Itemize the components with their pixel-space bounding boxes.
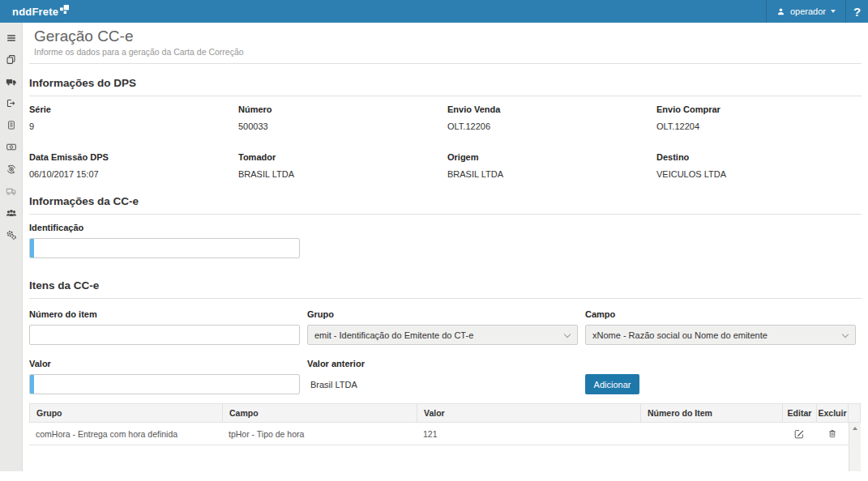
- logo-squares-icon: [60, 5, 69, 14]
- numero-item-label: Número do item: [29, 309, 300, 320]
- field-serie: Série 9: [29, 104, 238, 131]
- top-header-bar: nddFrete operador ?: [0, 0, 868, 23]
- valor-anterior-field: Valor anterior Brasil LTDA: [307, 359, 578, 394]
- identificacao-input[interactable]: [29, 238, 300, 258]
- sidebar-item-report[interactable]: [0, 114, 22, 136]
- users-icon: [6, 207, 17, 219]
- field-destino: Destino VEICULOS LTDA: [656, 152, 866, 179]
- sidebar-nav: [0, 23, 23, 471]
- itens-form: Número do item Grupo emit - Identificaçã…: [29, 309, 862, 394]
- valor-label: Valor: [29, 359, 300, 369]
- grupo-field: Grupo emit - Identificação do Emitente d…: [307, 309, 578, 345]
- sidebar-item-documents[interactable]: [0, 49, 22, 70]
- table-row[interactable]: comHora - Entrega com hora definida tpHo…: [29, 423, 861, 445]
- field-value: VEICULOS LTDA: [656, 169, 866, 179]
- app-logo[interactable]: nddFrete: [0, 0, 69, 23]
- page-subtitle: Informe os dados para a geração da Carta…: [34, 47, 862, 57]
- chevron-down-icon: [564, 331, 571, 338]
- column-header-scroll-spacer: [849, 404, 862, 422]
- sidebar-item-delivery[interactable]: [0, 180, 22, 202]
- field-numero: Número 500033: [238, 104, 447, 131]
- sidebar-item-financial-sync[interactable]: [0, 158, 22, 180]
- chevron-down-icon: [842, 331, 849, 338]
- column-header-excluir[interactable]: Excluir: [817, 404, 849, 422]
- page-header: Geração CC-e Informe os dados para a ger…: [29, 23, 862, 64]
- menu-icon: [6, 32, 17, 44]
- valor-anterior-value: Brasil LTDA: [307, 374, 578, 389]
- user-menu-label: operador: [790, 6, 826, 16]
- adicionar-field: Adicionar: [585, 359, 856, 394]
- campo-label: Campo: [585, 309, 856, 320]
- sidebar-item-settings[interactable]: [0, 223, 22, 245]
- chevron-down-icon: [831, 10, 836, 13]
- valor-field: Valor: [29, 359, 300, 394]
- valor-input[interactable]: [29, 374, 300, 394]
- column-header-campo[interactable]: Campo: [223, 404, 417, 422]
- page-title: Geração CC-e: [34, 28, 862, 45]
- campo-field: Campo xNome - Razão social ou Nome do em…: [585, 309, 856, 345]
- column-header-grupo[interactable]: Grupo: [30, 404, 223, 422]
- itens-table: Grupo Campo Valor Número do Item Editar …: [29, 403, 861, 471]
- grupo-select[interactable]: emit - Identificação do Emitente do CT-e: [307, 325, 578, 345]
- sidebar-item-users[interactable]: [0, 202, 22, 223]
- trash-icon[interactable]: [827, 428, 837, 439]
- help-button[interactable]: ?: [846, 0, 868, 23]
- user-menu[interactable]: operador: [766, 0, 846, 23]
- user-icon: [776, 7, 785, 16]
- main-content: Geração CC-e Informe os dados para a ger…: [23, 23, 868, 471]
- field-label: Data Emissão DPS: [29, 152, 238, 162]
- field-label: Envio Venda: [447, 104, 656, 114]
- table-header-row: Grupo Campo Valor Número do Item Editar …: [29, 403, 861, 423]
- sidebar-item-export[interactable]: [0, 92, 22, 114]
- column-header-numero-item[interactable]: Número do Item: [641, 404, 783, 422]
- table-body: comHora - Entrega com hora definida tpHo…: [29, 423, 861, 471]
- column-header-valor[interactable]: Valor: [417, 404, 641, 422]
- truck-icon: [6, 76, 17, 87]
- money-sync-icon: [6, 164, 17, 175]
- column-header-editar[interactable]: Editar: [783, 404, 817, 422]
- field-value: 06/10/2017 15:07: [29, 169, 238, 179]
- field-label: Envio Comprar: [656, 104, 866, 114]
- table-scrollbar[interactable]: [849, 423, 861, 471]
- sidebar-item-billing[interactable]: [0, 136, 22, 158]
- field-label: Tomador: [238, 152, 447, 162]
- field-value: 9: [29, 121, 238, 131]
- field-label: Número: [238, 104, 447, 114]
- section-title-itens: Itens da CC-e: [29, 279, 862, 299]
- copy-pages-icon: [6, 54, 16, 65]
- field-label: Destino: [656, 152, 866, 162]
- identificacao-field: Identificação: [29, 223, 862, 258]
- field-envio-venda: Envio Venda OLT.12206: [447, 104, 656, 131]
- sidebar-item-transport[interactable]: [0, 70, 22, 92]
- field-value: BRASIL LTDA: [238, 169, 447, 179]
- cell-grupo: comHora - Entrega com hora definida: [29, 423, 222, 445]
- field-value: BRASIL LTDA: [447, 169, 656, 179]
- campo-select[interactable]: xNome - Razão social ou Nome do emitente: [585, 325, 856, 345]
- campo-select-value: xNome - Razão social ou Nome do emitente: [592, 330, 768, 340]
- edit-icon[interactable]: [793, 428, 805, 440]
- settings-gears-icon: [6, 229, 17, 240]
- dps-fields-grid: Série 9 Número 500033 Envio Venda OLT.12…: [29, 104, 862, 179]
- cell-campo: tpHor - Tipo de hora: [222, 423, 417, 445]
- grupo-label: Grupo: [307, 309, 578, 320]
- field-data-emissao: Data Emissão DPS 06/10/2017 15:07: [29, 152, 238, 179]
- sidebar-item-menu[interactable]: [0, 27, 22, 49]
- cell-numero-item: [640, 423, 782, 445]
- field-value: OLT.12206: [447, 121, 656, 131]
- field-origem: Origem BRASIL LTDA: [447, 152, 656, 179]
- adicionar-button[interactable]: Adicionar: [585, 374, 639, 394]
- identificacao-label: Identificação: [29, 223, 862, 233]
- section-title-dps: Informações do DPS: [29, 77, 862, 96]
- field-value: 500033: [238, 121, 447, 131]
- section-title-cce: Informações da CC-e: [29, 195, 862, 215]
- document-icon: [6, 120, 16, 130]
- field-value: OLT.12204: [656, 121, 866, 131]
- grupo-select-value: emit - Identificação do Emitente do CT-e: [314, 330, 473, 340]
- adicionar-label-spacer: [585, 359, 856, 369]
- field-label: Origem: [447, 152, 656, 162]
- scroll-up-arrow-icon[interactable]: [853, 427, 857, 430]
- numero-item-input[interactable]: [29, 325, 300, 345]
- topbar-right: operador ?: [766, 0, 868, 23]
- numero-item-field: Número do item: [29, 309, 300, 345]
- valor-anterior-label: Valor anterior: [307, 359, 578, 369]
